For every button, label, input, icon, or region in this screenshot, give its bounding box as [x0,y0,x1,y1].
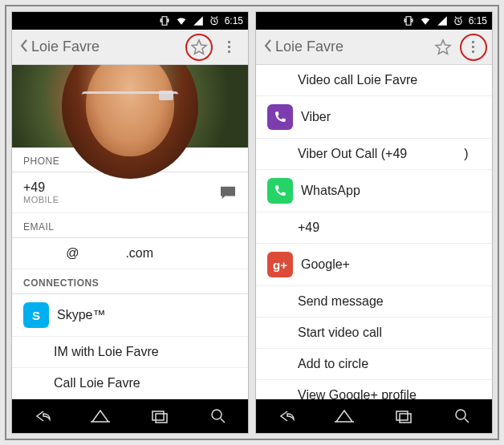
section-email: EMAIL [12,213,248,238]
vibrate-icon [403,15,414,26]
nav-bar [256,399,492,433]
favorite-button[interactable] [428,32,458,63]
nav-search[interactable] [445,402,480,431]
svg-point-6 [212,410,222,419]
gplus-icon: g+ [267,252,293,277]
status-bar: 6:15 [12,12,248,30]
left-phone: 6:15 Loie Favre PHONE + [11,11,249,434]
action-bar: Loie Favre [12,30,248,65]
svg-rect-9 [472,46,474,48]
nav-recent[interactable] [142,402,177,431]
nav-bar [12,399,248,433]
alarm-icon [209,15,220,26]
star-icon [189,38,209,57]
message-icon [219,185,237,200]
whatsapp-row[interactable]: WhatsApp [256,170,492,212]
svg-rect-12 [400,414,411,423]
back-button[interactable] [17,38,31,56]
sms-button[interactable] [211,185,237,200]
nav-search[interactable] [201,402,236,431]
star-icon [433,38,453,57]
wifi-icon [175,15,188,26]
skype-call[interactable]: Call Loie Favre [12,368,248,399]
status-bar: 6:15 [256,12,492,30]
video-call-row[interactable]: Video call Loie Favre [256,65,492,96]
gplus-circle-row[interactable]: Add to circle [256,349,492,380]
signal-icon [193,15,204,26]
viber-icon [267,104,293,130]
wifi-icon [419,15,432,26]
status-time: 6:15 [225,15,243,26]
nav-home[interactable] [327,402,362,431]
svg-rect-4 [152,411,164,420]
skype-im[interactable]: IM with Loie Favre [12,337,248,368]
phone-row[interactable]: +49 MOBILE [12,172,248,213]
connection-skype[interactable]: S Skype™ [12,294,248,337]
overflow-button[interactable] [214,32,245,63]
status-time: 6:15 [469,15,487,26]
svg-rect-2 [228,46,230,48]
svg-rect-11 [396,411,408,420]
favorite-button[interactable] [184,32,214,63]
back-button[interactable] [261,38,275,56]
email-row[interactable]: @ .com [12,238,248,269]
vibrate-icon [159,15,170,26]
svg-rect-1 [228,41,230,43]
whatsapp-icon [267,178,293,204]
svg-rect-3 [228,51,230,53]
viber-row[interactable]: Viber [256,96,492,139]
contact-photo [12,65,248,148]
more-vert-icon [466,38,481,57]
email-value: @ .com [23,246,153,261]
svg-rect-5 [156,414,167,423]
page-title: Loie Favre [31,38,184,55]
skype-icon: S [23,302,49,328]
svg-point-13 [456,410,465,419]
nav-back[interactable] [268,402,303,431]
phone-number: +49 [23,180,211,195]
phone-type: MOBILE [23,195,211,204]
viber-out-row[interactable]: Viber Out Call (+49 ) [256,139,492,170]
alarm-icon [453,15,464,26]
signal-icon [437,15,448,26]
nav-back[interactable] [24,402,59,431]
action-bar: Loie Favre [256,30,492,65]
overflow-button[interactable] [458,32,489,63]
svg-rect-8 [472,41,474,43]
section-connections: CONNECTIONS [12,269,248,294]
right-phone: 6:15 Loie Favre Video call Loie Favre Vi… [255,11,493,434]
gplus-video-row[interactable]: Start video call [256,318,492,349]
more-vert-icon [222,38,237,57]
gplus-profile-row[interactable]: View Google+ profile [256,380,492,399]
page-title: Loie Favre [275,38,428,55]
nav-recent[interactable] [386,402,421,431]
svg-rect-10 [472,51,474,53]
nav-home[interactable] [83,402,118,431]
whatsapp-number-row[interactable]: +49 [256,212,492,244]
gplus-send-row[interactable]: Send message [256,286,492,318]
gplus-row[interactable]: g+ Google+ [256,244,492,286]
